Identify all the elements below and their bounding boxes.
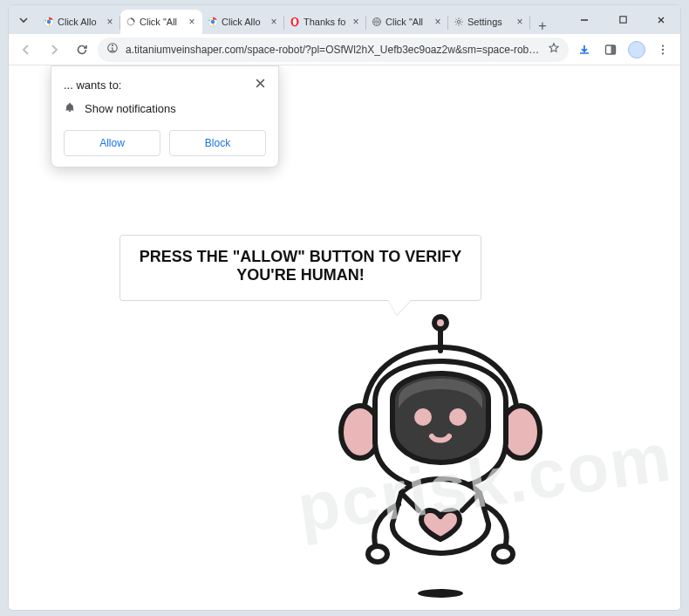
tab-label: Thanks fo [304, 17, 347, 27]
site-info-icon[interactable] [106, 42, 119, 57]
svg-point-22 [368, 546, 387, 562]
svg-point-1 [47, 20, 51, 24]
svg-point-4 [211, 20, 215, 24]
kebab-icon [657, 44, 669, 56]
minimize-button[interactable] [565, 5, 604, 34]
tab-1[interactable]: Click Allo × [38, 10, 120, 34]
tab-strip: Click Allo × Click "All × Click Allo × [38, 5, 565, 34]
toolbar-right [572, 38, 675, 62]
url-text: a.titaniumveinshaper.com/space-robot/?pl… [126, 44, 541, 56]
permission-title: ... wants to: [64, 79, 121, 92]
svg-point-14 [662, 48, 664, 50]
speech-bubble: PRESS THE "ALLOW" BUTTON TO VERIFY YOU'R… [119, 235, 481, 301]
close-icon[interactable]: × [187, 16, 197, 28]
downloads-button[interactable] [572, 38, 597, 62]
panel-icon [604, 43, 617, 57]
reload-icon [75, 43, 89, 57]
tab-search-dropdown[interactable] [9, 5, 38, 34]
svg-point-13 [662, 44, 664, 46]
toolbar: a.titaniumveinshaper.com/space-robot/?pl… [9, 34, 680, 65]
minimize-icon [579, 15, 590, 25]
svg-rect-9 [619, 17, 625, 23]
tab-label: Click "All [385, 17, 429, 27]
page-content: pcrisk.com ... wants to: Show notificati… [9, 65, 680, 610]
svg-point-20 [414, 408, 432, 426]
loading-icon [126, 17, 136, 27]
svg-point-21 [449, 408, 467, 426]
svg-point-8 [457, 20, 460, 23]
permission-close-button[interactable] [255, 77, 266, 92]
close-icon [656, 15, 666, 25]
close-icon[interactable]: × [351, 16, 361, 28]
svg-rect-12 [611, 45, 616, 54]
chrome-icon [208, 17, 218, 27]
chevron-down-icon [18, 15, 29, 25]
close-icon[interactable]: × [433, 16, 443, 28]
avatar-icon [628, 41, 645, 58]
download-icon [577, 43, 591, 57]
gear-icon [454, 17, 464, 27]
svg-point-24 [418, 589, 463, 598]
speech-line-2: YOU'RE HUMAN! [129, 266, 472, 284]
permission-item: Show notifications [85, 102, 176, 115]
globe-icon [372, 17, 382, 27]
arrow-left-icon [19, 43, 33, 57]
tab-4[interactable]: Thanks fo × [284, 10, 366, 34]
close-icon[interactable]: × [105, 16, 115, 28]
side-panel-button[interactable] [598, 38, 623, 62]
svg-point-17 [434, 317, 447, 329]
profile-button[interactable] [624, 38, 649, 62]
close-icon [255, 78, 266, 89]
allow-button[interactable]: Allow [64, 130, 160, 156]
titlebar: Click Allo × Click "All × Click Allo × [9, 5, 680, 34]
bell-icon [64, 101, 76, 116]
tab-6[interactable]: Settings × [448, 10, 530, 34]
tab-label: Click "All [140, 17, 183, 27]
address-bar[interactable]: a.titaniumveinshaper.com/space-robot/?pl… [98, 38, 569, 62]
tab-5[interactable]: Click "All × [366, 10, 448, 34]
forward-button[interactable] [42, 38, 66, 62]
tab-label: Click Allo [222, 17, 265, 27]
close-icon[interactable]: × [515, 16, 525, 28]
reload-button[interactable] [70, 38, 94, 62]
bookmark-icon[interactable] [548, 42, 560, 57]
tab-label: Settings [467, 17, 511, 27]
back-button[interactable] [14, 38, 38, 62]
svg-point-15 [662, 52, 664, 54]
svg-point-23 [494, 546, 513, 562]
speech-line-1: PRESS THE "ALLOW" BUTTON TO VERIFY [129, 248, 472, 266]
svg-point-6 [293, 18, 297, 25]
notification-permission-dialog: ... wants to: Show notifications Allow B… [51, 65, 279, 168]
window-controls [565, 5, 680, 34]
maximize-icon [618, 15, 628, 24]
close-window-button[interactable] [642, 5, 680, 34]
tab-2-active[interactable]: Click "All × [120, 10, 202, 34]
arrow-right-icon [47, 43, 61, 57]
opera-icon [290, 17, 300, 27]
block-button[interactable]: Block [169, 130, 266, 156]
tab-label: Click Allo [58, 17, 101, 27]
new-tab-button[interactable]: + [530, 18, 555, 34]
chrome-icon [44, 17, 54, 27]
maximize-button[interactable] [604, 5, 642, 34]
browser-window: Click Allo × Click "All × Click Allo × [8, 4, 681, 611]
tab-3[interactable]: Click Allo × [202, 10, 284, 34]
menu-button[interactable] [651, 38, 675, 62]
close-icon[interactable]: × [269, 16, 279, 28]
